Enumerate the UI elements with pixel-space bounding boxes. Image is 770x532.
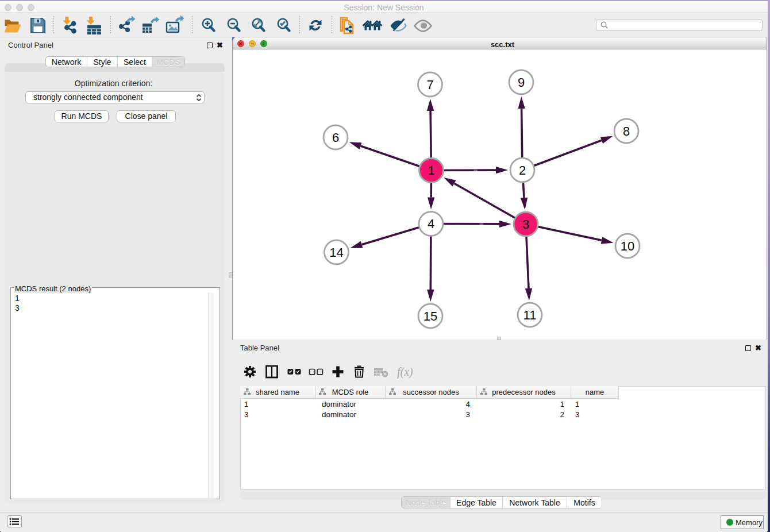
- svg-text:3: 3: [522, 217, 529, 232]
- svg-text:15: 15: [424, 309, 437, 323]
- svg-text:4: 4: [428, 217, 434, 231]
- svg-text:2: 2: [519, 163, 526, 178]
- svg-text:1: 1: [428, 163, 434, 178]
- svg-text:14: 14: [329, 245, 343, 260]
- svg-text:6: 6: [332, 130, 339, 145]
- svg-text:7: 7: [426, 78, 433, 92]
- svg-text:9: 9: [518, 75, 525, 90]
- svg-text:11: 11: [523, 308, 537, 322]
- svg-text:f(x): f(x): [397, 365, 413, 379]
- svg-text:8: 8: [623, 124, 630, 138]
- svg-text:10: 10: [621, 239, 634, 253]
